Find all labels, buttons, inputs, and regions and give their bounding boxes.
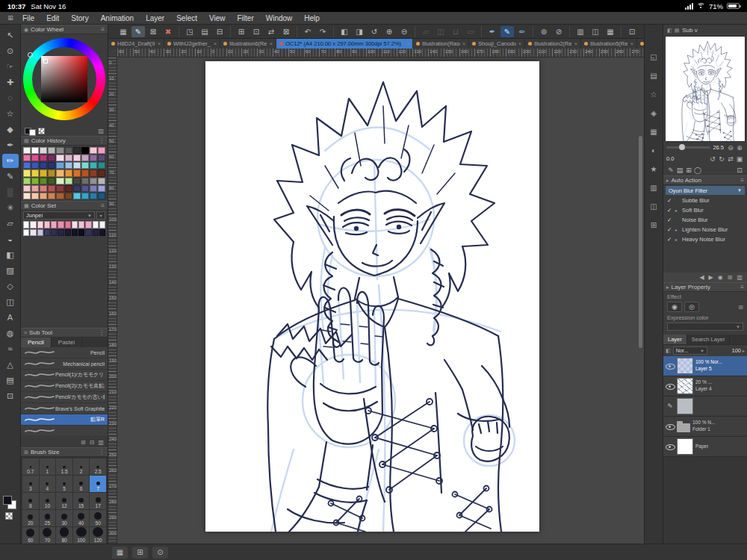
mesh-icon[interactable]: ⊔ bbox=[449, 26, 462, 37]
history-swatch-52[interactable] bbox=[40, 185, 47, 192]
tab-close-icon[interactable]: × bbox=[158, 41, 161, 46]
layer-thumbnail[interactable] bbox=[677, 438, 693, 455]
history-swatch-45[interactable] bbox=[65, 178, 72, 184]
history-swatch-40[interactable] bbox=[23, 178, 31, 184]
panel-menu-icon[interactable]: ⋮ bbox=[99, 137, 105, 144]
history-swatch-49[interactable] bbox=[98, 178, 105, 184]
layer-row-2[interactable]: ✎ bbox=[663, 396, 747, 417]
action-checkbox[interactable]: ✓ bbox=[667, 236, 673, 243]
auto-action-set-dropdown[interactable]: Oyun Blur Filter ▼ bbox=[666, 186, 745, 195]
panel-menu-icon[interactable]: ⋮ bbox=[99, 449, 105, 455]
delete-subtool-icon[interactable]: ▥ bbox=[98, 439, 104, 446]
nav-palette-icon[interactable]: ▤ bbox=[675, 167, 684, 174]
navigator-thumbnail[interactable] bbox=[666, 37, 745, 141]
document-tab-6[interactable]: Illustration2(Re× bbox=[525, 39, 580, 49]
set-swatch-2[interactable] bbox=[37, 221, 43, 228]
blend-tool[interactable]: ◒ bbox=[2, 232, 19, 246]
brush-size-12[interactable]: 12 bbox=[56, 493, 72, 509]
menu-view[interactable]: View bbox=[203, 13, 232, 23]
frame-border-tool[interactable]: ◫ bbox=[2, 295, 19, 309]
redo-icon[interactable]: ↷ bbox=[316, 26, 329, 37]
action-expand-icon[interactable]: ▸ bbox=[675, 208, 680, 213]
history-swatch-60[interactable] bbox=[23, 193, 31, 199]
history-swatch-4[interactable] bbox=[56, 147, 63, 154]
figure-tool[interactable]: ◇ bbox=[2, 279, 19, 293]
subview-tool[interactable]: ⊡ bbox=[2, 389, 19, 403]
duplicate-subtool-icon[interactable]: ⊟ bbox=[90, 439, 95, 446]
brush-size-80[interactable]: 80 bbox=[56, 527, 72, 544]
action-checkbox[interactable]: ✓ bbox=[667, 207, 673, 214]
invert-selection-icon[interactable]: ◨ bbox=[353, 26, 366, 37]
tone-effect-icon[interactable]: ◎ bbox=[684, 302, 699, 312]
brush-size-2.5[interactable]: 2.5 bbox=[90, 458, 106, 475]
history-swatch-25[interactable] bbox=[65, 162, 72, 169]
set-swatch-12[interactable] bbox=[23, 229, 29, 237]
brush-size-1[interactable]: 1 bbox=[40, 458, 56, 475]
panel-menu-icon[interactable]: ≡ bbox=[101, 26, 105, 33]
set-swatch-9[interactable] bbox=[85, 221, 91, 228]
tab-close-icon[interactable]: × bbox=[574, 41, 577, 46]
quick-edit-icon[interactable]: ✎ bbox=[131, 26, 145, 37]
history-swatch-34[interactable] bbox=[56, 169, 63, 176]
subtool-item-4[interactable]: Pencil/カモモの古い鉛筆 bbox=[21, 392, 108, 403]
text-tool[interactable]: A bbox=[2, 311, 19, 325]
crop-icon[interactable]: ◫ bbox=[434, 26, 447, 37]
layer-row-layer-5[interactable]: 100 % Nor...Layer 5 bbox=[663, 356, 747, 376]
set-swatch-13[interactable] bbox=[30, 229, 36, 237]
tab-close-icon[interactable]: × bbox=[214, 41, 217, 46]
action-menu-icon[interactable]: ▥ bbox=[737, 274, 743, 281]
subtool-tab-pencil[interactable]: Pencil bbox=[21, 337, 52, 347]
stepper-icon[interactable]: ▸ bbox=[743, 348, 745, 353]
zoom-tool[interactable]: ⊙ bbox=[2, 44, 19, 58]
color-options-icon[interactable]: ▨ bbox=[98, 128, 104, 134]
brush-size-2[interactable]: 2 bbox=[73, 458, 90, 475]
brush-size-20[interactable]: 20 bbox=[22, 510, 39, 526]
tab-close-icon[interactable]: × bbox=[462, 41, 465, 46]
zoom-out-button[interactable]: ⊖ bbox=[726, 144, 735, 152]
document-tab-7[interactable]: Illustration5(Re× bbox=[581, 39, 636, 49]
auto-action-item-3[interactable]: ✓▸Lighten Noise Blur bbox=[663, 225, 747, 234]
border-effect-icon[interactable]: ◉ bbox=[667, 302, 682, 312]
clear-icon[interactable]: ⊠ bbox=[146, 26, 160, 37]
history-swatch-35[interactable] bbox=[65, 169, 72, 176]
layer-row-folder-1[interactable]: 100 % N...Folder 1 bbox=[663, 417, 747, 437]
subtool-item-7[interactable] bbox=[21, 426, 108, 437]
sub-color-chip[interactable] bbox=[29, 129, 36, 136]
menu-file[interactable]: File bbox=[16, 13, 40, 23]
navigator-list-icon[interactable]: ▤ bbox=[675, 28, 680, 34]
panel-decoration-icon[interactable]: ◈ bbox=[647, 108, 660, 119]
nav-expand-icon[interactable]: ⊡ bbox=[735, 167, 744, 174]
navigator-view-icon[interactable]: ◧ bbox=[667, 28, 672, 34]
history-swatch-31[interactable] bbox=[31, 169, 39, 176]
history-swatch-11[interactable] bbox=[31, 155, 39, 161]
brush-size-header[interactable]: ⊞ Brush Size ⋮ bbox=[21, 447, 108, 457]
command-bar-icon[interactable]: ⊞ bbox=[132, 547, 148, 559]
history-swatch-24[interactable] bbox=[56, 162, 63, 169]
rotate-right-button[interactable]: ↻ bbox=[717, 155, 726, 163]
set-swatch-16[interactable] bbox=[51, 229, 57, 237]
brush-size-5[interactable]: 5 bbox=[56, 476, 72, 492]
history-swatch-20[interactable] bbox=[23, 162, 31, 169]
history-swatch-55[interactable] bbox=[65, 185, 72, 192]
brush-size-40[interactable]: 40 bbox=[73, 510, 90, 526]
color-set-header[interactable]: ▦ Color Set ≡ bbox=[21, 201, 108, 211]
menu-layer[interactable]: Layer bbox=[140, 13, 170, 23]
set-swatch-17[interactable] bbox=[58, 229, 63, 237]
close-file-icon[interactable]: ✖ bbox=[161, 26, 175, 37]
document-tab-1[interactable]: WithU2gether_× bbox=[164, 39, 220, 49]
tab-close-icon[interactable]: × bbox=[630, 41, 633, 46]
ruler-tool[interactable]: △ bbox=[2, 358, 19, 372]
panel-menu-icon[interactable]: ≡ bbox=[101, 202, 105, 209]
history-swatch-65[interactable] bbox=[65, 193, 72, 199]
brush-size-25[interactable]: 25 bbox=[40, 510, 56, 526]
history-swatch-15[interactable] bbox=[65, 155, 72, 161]
panel-menu-icon[interactable]: ≡ bbox=[740, 284, 744, 290]
set-swatch-5[interactable] bbox=[58, 221, 63, 228]
vertical-scrollbar[interactable] bbox=[638, 59, 643, 541]
history-swatch-18[interactable] bbox=[90, 155, 97, 161]
panel-material-icon[interactable]: ▦ bbox=[647, 126, 660, 137]
history-swatch-30[interactable] bbox=[23, 169, 31, 176]
eyedropper-tool[interactable]: ◆ bbox=[2, 122, 19, 137]
auto-action-item-2[interactable]: ✓Noise Blur bbox=[663, 215, 747, 225]
history-swatch-64[interactable] bbox=[56, 193, 63, 199]
